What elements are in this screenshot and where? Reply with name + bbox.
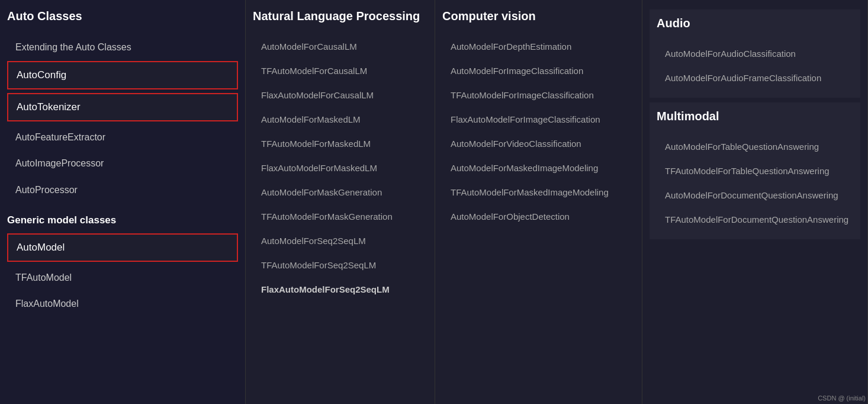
cv-link-1[interactable]: AutoModelForDepthEstimation — [442, 35, 635, 58]
sidebar-item-extending[interactable]: Extending the Auto Classes — [7, 35, 238, 60]
audio-multimodal-column: Audio AutoModelForAudioClassification Au… — [642, 0, 868, 404]
sidebar-item-automodel[interactable]: AutoModel — [7, 233, 238, 262]
cv-link-3[interactable]: TFAutoModelForImageClassification — [442, 84, 635, 107]
sidebar-subheader-generic: Generic model classes — [7, 214, 238, 226]
nlp-link-3[interactable]: FlaxAutoModelForCausalLM — [253, 84, 427, 107]
nlp-link-8[interactable]: TFAutoModelForMaskGeneration — [253, 205, 427, 228]
cv-header: Computer vision — [442, 9, 635, 25]
sidebar-item-tfautomodel[interactable]: TFAutoModel — [7, 265, 238, 290]
audio-link-2[interactable]: AutoModelForAudioFrameClassification — [657, 66, 853, 89]
multimodal-section: Multimodal AutoModelForTableQuestionAnsw… — [650, 102, 860, 239]
cv-link-4[interactable]: FlaxAutoModelForImageClassification — [442, 108, 635, 131]
nlp-link-2[interactable]: TFAutoModelForCausalLM — [253, 59, 427, 82]
watermark: CSDN @ (initial) — [818, 395, 866, 402]
audio-header: Audio — [657, 17, 853, 33]
sidebar-item-autoprocessor[interactable]: AutoProcessor — [7, 178, 238, 203]
sidebar-item-flaxautomodel[interactable]: FlaxAutoModel — [7, 291, 238, 316]
audio-link-1[interactable]: AutoModelForAudioClassification — [657, 42, 853, 65]
nlp-link-5[interactable]: TFAutoModelForMaskedLM — [253, 132, 427, 155]
sidebar-item-autoimageprocessor[interactable]: AutoImageProcessor — [7, 151, 238, 176]
nlp-link-7[interactable]: AutoModelForMaskGeneration — [253, 181, 427, 204]
cv-link-7[interactable]: TFAutoModelForMaskedImageModeling — [442, 181, 635, 204]
multimodal-header: Multimodal — [657, 110, 853, 126]
nlp-header: Natural Language Processing — [253, 9, 427, 25]
cv-link-8[interactable]: AutoModelForObjectDetection — [442, 205, 635, 228]
nlp-link-6[interactable]: FlaxAutoModelForMaskedLM — [253, 156, 427, 179]
multimodal-link-3[interactable]: AutoModelForDocumentQuestionAnswering — [657, 184, 853, 207]
nlp-column: Natural Language Processing AutoModelFor… — [246, 0, 435, 404]
cv-link-5[interactable]: AutoModelForVideoClassification — [442, 132, 635, 155]
nlp-link-11[interactable]: FlaxAutoModelForSeq2SeqLM — [253, 278, 427, 301]
multimodal-link-4[interactable]: TFAutoModelForDocumentQuestionAnswering — [657, 208, 853, 231]
cv-link-6[interactable]: AutoModelForMaskedImageModeling — [442, 156, 635, 179]
cv-column: Computer vision AutoModelForDepthEstimat… — [435, 0, 642, 404]
nlp-link-10[interactable]: TFAutoModelForSeq2SeqLM — [253, 254, 427, 277]
audio-section: Audio AutoModelForAudioClassification Au… — [650, 9, 860, 98]
multimodal-link-2[interactable]: TFAutoModelForTableQuestionAnswering — [657, 159, 853, 182]
nlp-link-1[interactable]: AutoModelForCausalLM — [253, 35, 427, 58]
sidebar-item-autotokenizer[interactable]: AutoTokenizer — [7, 93, 238, 121]
sidebar-header: Auto Classes — [7, 9, 238, 25]
sidebar-column: Auto Classes Extending the Auto Classes … — [0, 0, 246, 404]
cv-link-2[interactable]: AutoModelForImageClassification — [442, 59, 635, 82]
nlp-link-9[interactable]: AutoModelForSeq2SeqLM — [253, 229, 427, 252]
sidebar-item-autofeatureextractor[interactable]: AutoFeatureExtractor — [7, 125, 238, 150]
multimodal-link-1[interactable]: AutoModelForTableQuestionAnswering — [657, 135, 853, 158]
nlp-link-4[interactable]: AutoModelForMaskedLM — [253, 108, 427, 131]
sidebar-item-autoconfig[interactable]: AutoConfig — [7, 61, 238, 89]
